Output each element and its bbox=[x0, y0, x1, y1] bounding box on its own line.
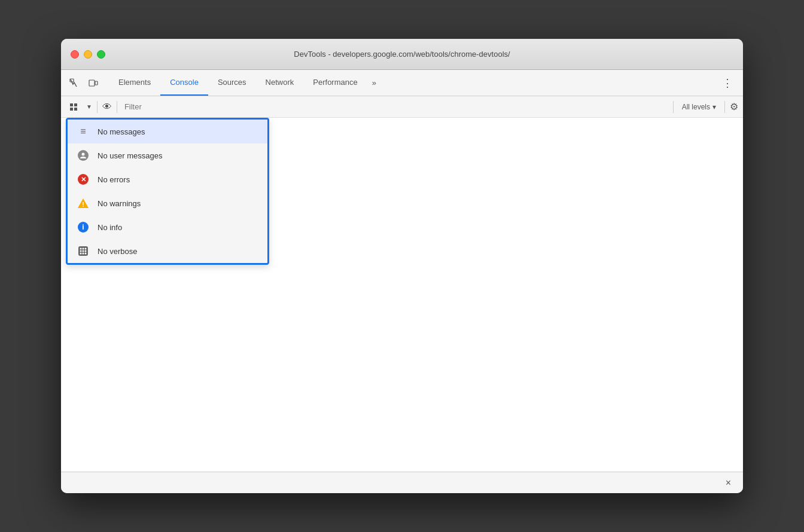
tab-console[interactable]: Console bbox=[160, 70, 208, 96]
list-icon: ≡ bbox=[77, 126, 89, 137]
dropdown-item-no-messages[interactable]: ≡ No messages bbox=[68, 120, 267, 143]
dropdown-item-no-warnings[interactable]: ! No warnings bbox=[68, 191, 267, 215]
svg-text:!: ! bbox=[82, 201, 84, 208]
dropdown-item-no-user-messages[interactable]: No user messages bbox=[68, 143, 267, 167]
devtools-window: DevTools - developers.google.com/web/too… bbox=[61, 39, 743, 493]
close-button[interactable] bbox=[71, 50, 79, 59]
svg-point-17 bbox=[80, 253, 82, 255]
svg-point-11 bbox=[80, 248, 82, 250]
tab-elements[interactable]: Elements bbox=[109, 70, 160, 96]
svg-point-15 bbox=[83, 250, 84, 252]
levels-dropdown: ≡ No messages No user messages bbox=[66, 118, 269, 265]
all-levels-button[interactable]: All levels ▾ bbox=[678, 102, 720, 112]
svg-point-14 bbox=[80, 250, 82, 252]
levels-chevron-icon: ▾ bbox=[712, 103, 716, 111]
window-title: DevTools - developers.google.com/web/too… bbox=[71, 50, 733, 59]
tab-sources[interactable]: Sources bbox=[208, 70, 256, 96]
toolbar-divider-3 bbox=[673, 101, 674, 113]
user-messages-icon bbox=[77, 149, 89, 161]
tab-bar-right: ⋮ bbox=[719, 70, 743, 96]
title-bar: DevTools - developers.google.com/web/too… bbox=[61, 39, 743, 70]
levels-dropdown-arrow[interactable]: ▼ bbox=[86, 103, 92, 110]
warning-icon: ! bbox=[77, 197, 89, 209]
dropdown-item-no-errors[interactable]: ✕ No errors bbox=[68, 167, 267, 191]
maximize-button[interactable] bbox=[97, 50, 105, 59]
svg-rect-2 bbox=[95, 81, 98, 85]
info-icon: i bbox=[77, 221, 89, 233]
settings-icon[interactable]: ⚙ bbox=[730, 101, 738, 112]
bottom-bar: × bbox=[61, 472, 743, 493]
dropdown-item-no-verbose[interactable]: No verbose bbox=[68, 239, 267, 263]
toolbar-divider-2 bbox=[117, 101, 117, 113]
toolbar-icons bbox=[66, 70, 109, 96]
inspect-element-icon[interactable] bbox=[66, 75, 83, 91]
filter-input[interactable] bbox=[122, 102, 668, 111]
svg-point-13 bbox=[85, 248, 87, 250]
devtools-menu-icon[interactable]: ⋮ bbox=[719, 75, 736, 91]
close-drawer-button[interactable]: × bbox=[721, 475, 736, 491]
svg-point-18 bbox=[83, 253, 84, 255]
more-tabs-button[interactable]: » bbox=[367, 70, 381, 96]
tab-performance[interactable]: Performance bbox=[303, 70, 367, 96]
tab-bar-spacer bbox=[381, 70, 719, 96]
traffic-lights bbox=[71, 50, 105, 59]
toolbar-divider bbox=[97, 101, 98, 113]
toolbar-divider-4 bbox=[724, 101, 725, 113]
console-toolbar: ▼ 👁 All levels ▾ ⚙ bbox=[61, 96, 743, 118]
tab-bar: Elements Console Sources Network Perform… bbox=[61, 70, 743, 96]
svg-point-12 bbox=[83, 248, 84, 250]
svg-rect-4 bbox=[74, 103, 77, 106]
svg-rect-3 bbox=[70, 103, 73, 106]
device-toolbar-icon[interactable] bbox=[85, 75, 102, 91]
svg-point-7 bbox=[82, 153, 85, 156]
clear-console-icon[interactable] bbox=[66, 99, 81, 115]
minimize-button[interactable] bbox=[84, 50, 92, 59]
main-content: ≡ No messages No user messages bbox=[61, 118, 743, 472]
svg-rect-6 bbox=[74, 108, 77, 111]
svg-rect-1 bbox=[89, 80, 95, 86]
svg-rect-5 bbox=[70, 108, 73, 111]
preserve-log-icon[interactable]: 👁 bbox=[102, 102, 112, 112]
tab-network[interactable]: Network bbox=[256, 70, 304, 96]
svg-point-16 bbox=[85, 250, 87, 252]
verbose-icon bbox=[77, 245, 89, 257]
error-icon: ✕ bbox=[77, 173, 89, 185]
dropdown-item-no-info[interactable]: i No info bbox=[68, 215, 267, 239]
svg-point-19 bbox=[85, 253, 87, 255]
